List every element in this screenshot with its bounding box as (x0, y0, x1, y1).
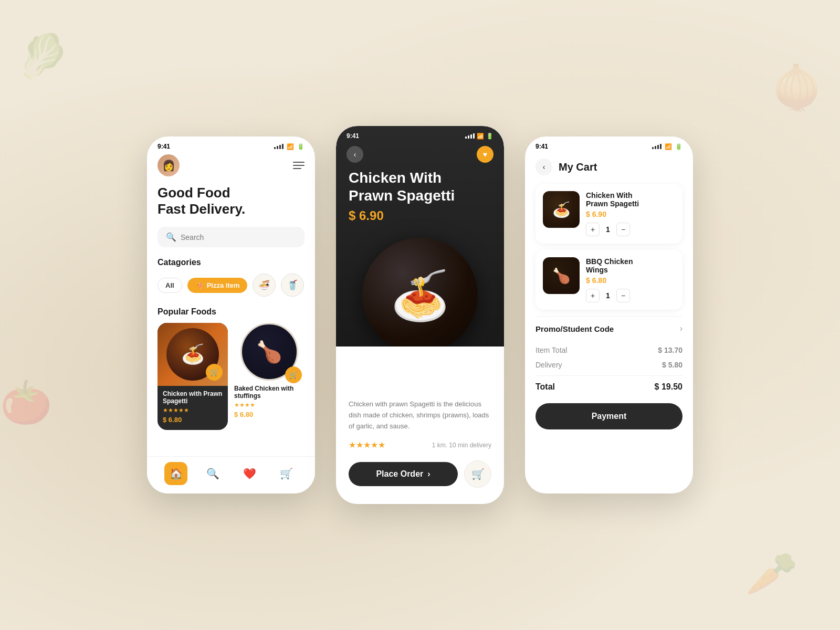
status-icons-1: 📶 🔋 (274, 143, 304, 150)
add-to-cart-1[interactable]: 🛒 (206, 364, 223, 381)
category-drinks[interactable]: 🥤 (281, 274, 304, 297)
qty-minus-2[interactable]: − (616, 289, 630, 302)
phones-container: 9:41 📶 🔋 👩 Good FoodFast Delivery. (147, 126, 693, 504)
food-img-1: 🍝 🛒 (158, 323, 228, 386)
food-stars-2: ★★★★ (234, 402, 304, 408)
battery-icon-2: 🔋 (486, 133, 494, 140)
wifi-icon-3: 📶 (665, 143, 672, 150)
category-noodles[interactable]: 🍜 (253, 274, 276, 297)
food-info-2: Baked Chicken with stuffings ★★★★ $ 6.80 (234, 381, 304, 423)
food-price-1: $ 6.80 (163, 416, 223, 424)
food-name-1: Chicken with Prawn Spagetti (163, 390, 223, 405)
cart-title: My Cart (559, 161, 597, 173)
cart-button-detail[interactable]: 🛒 (464, 460, 491, 488)
search-icon: 🔍 (166, 232, 176, 242)
dish-description: Chicken with prawn Spagetti is the delic… (349, 399, 491, 432)
pizza-icon: 🍕 (195, 281, 204, 289)
promo-row[interactable]: Promo/Student Code › (536, 316, 682, 341)
user-avatar[interactable]: 👩 (158, 154, 180, 176)
promo-chevron-icon: › (680, 324, 682, 333)
signal-icon-2 (465, 133, 475, 139)
cart-item-2: 🍗 BBQ ChickenWings $ 6.80 + 1 − (536, 250, 682, 310)
back-button-cart[interactable]: ‹ (536, 159, 552, 175)
cart-item-price-2: $ 6.80 (586, 276, 675, 285)
food-card-chicken-prawn[interactable]: 🍝 🛒 Chicken with Prawn Spagetti ★★★★★ $ … (158, 323, 228, 430)
status-bar-1: 9:41 📶 🔋 (147, 136, 315, 154)
bill-item-total: Item Total $ 13.70 (536, 343, 682, 358)
detail-bottom: Chicken with prawn Spagetti is the delic… (336, 346, 504, 498)
detail-top: 9:41 📶 🔋 ‹ ♥ Chicken WithPrawn Spagetti (336, 126, 504, 346)
qty-controls-2: + 1 − (586, 289, 675, 302)
nav-search[interactable]: 🔍 (201, 462, 224, 485)
cart-item-name-2: BBQ ChickenWings (586, 257, 675, 274)
food-stars-1: ★★★★★ (163, 407, 223, 414)
hero-title: Good FoodFast Delivery. (158, 185, 304, 217)
dish-plate-wrapper: 🍝 (336, 227, 504, 311)
battery-icon: 🔋 (297, 143, 304, 150)
cart-item-info-2: BBQ ChickenWings $ 6.80 + 1 − (586, 257, 675, 302)
favorite-button[interactable]: ♥ (477, 146, 494, 163)
popular-title: Popular Foods (158, 307, 304, 317)
nav-favorites[interactable]: ❤️ (238, 462, 261, 485)
food-info-1: Chicken with Prawn Spagetti ★★★★★ $ 6.80 (158, 386, 228, 430)
qty-value-2: 1 (604, 291, 612, 300)
noodles-icon: 🍜 (258, 279, 270, 291)
category-pizza[interactable]: 🍕 Pizza item (187, 278, 248, 293)
wifi-icon-2: 📶 (477, 133, 484, 140)
detail-nav: ‹ ♥ (336, 144, 504, 169)
cart-item-name-1: Chicken WithPrawn Spagetti (586, 191, 675, 208)
total-label: Total (536, 382, 555, 392)
qty-controls-1: + 1 − (586, 223, 675, 236)
food-cards: 🍝 🛒 Chicken with Prawn Spagetti ★★★★★ $ … (158, 323, 304, 430)
qty-plus-2[interactable]: + (586, 289, 600, 302)
nav-home[interactable]: 🏠 (164, 462, 187, 485)
back-button-detail[interactable]: ‹ (346, 146, 363, 163)
cart-item-info-1: Chicken WithPrawn Spagetti $ 6.90 + 1 − (586, 191, 675, 236)
cart-item-price-1: $ 6.90 (586, 210, 675, 218)
category-all[interactable]: All (158, 278, 182, 293)
dish-plate: 🍝 (362, 238, 478, 346)
search-bar[interactable]: 🔍 (158, 227, 304, 247)
cart-item-1: 🍝 Chicken WithPrawn Spagetti $ 6.90 + 1 … (536, 184, 682, 244)
phone-detail: 9:41 📶 🔋 ‹ ♥ Chicken WithPrawn Spagetti (336, 126, 504, 504)
bill-delivery: Delivery $ 5.80 (536, 358, 682, 372)
phone-cart: 9:41 📶 🔋 ‹ My Cart 🍝 C (525, 136, 693, 494)
status-icons-3: 📶 🔋 (652, 143, 682, 150)
status-bar-2: 9:41 📶 🔋 (336, 126, 504, 144)
dish-stars: ★★★★★ (349, 440, 385, 450)
cart-item-img-1: 🍝 (543, 191, 580, 228)
signal-icon (274, 144, 284, 149)
detail-footer: ★★★★★ 1 km. 10 min delivery (349, 440, 491, 450)
food-card-baked-chicken[interactable]: 🍗 🛒 Baked Chicken with stuffings ★★★★ $ … (234, 323, 304, 430)
home-header: 👩 (158, 154, 304, 176)
wifi-icon: 📶 (287, 143, 294, 150)
order-row: Place Order › 🛒 (349, 460, 491, 488)
item-total-label: Item Total (536, 346, 567, 354)
bottom-nav: 🏠 🔍 ❤️ 🛒 (147, 456, 315, 494)
search-input[interactable] (181, 233, 296, 242)
signal-icon-3 (652, 144, 662, 149)
delivery-value: $ 5.80 (662, 361, 682, 369)
place-order-button[interactable]: Place Order › (349, 462, 458, 486)
qty-plus-1[interactable]: + (586, 223, 600, 236)
cart-content: ‹ My Cart 🍝 Chicken WithPrawn Spagetti $… (525, 154, 693, 429)
status-time-3: 9:41 (536, 143, 548, 150)
battery-icon-3: 🔋 (675, 143, 682, 150)
food-price-2: $ 6.80 (234, 411, 304, 418)
place-order-label: Place Order (376, 469, 423, 479)
dish-price: $ 6.90 (336, 204, 504, 227)
delivery-info: 1 km. 10 min delivery (432, 442, 491, 449)
dish-name: Chicken WithPrawn Spagetti (336, 169, 504, 204)
total-value: $ 19.50 (655, 382, 682, 392)
qty-value-1: 1 (604, 225, 612, 234)
drinks-icon: 🥤 (287, 279, 298, 291)
promo-label: Promo/Student Code (536, 324, 614, 333)
cart-header: ‹ My Cart (536, 154, 682, 184)
payment-button[interactable]: Payment (536, 403, 682, 429)
qty-minus-1[interactable]: − (616, 223, 630, 236)
nav-cart[interactable]: 🛒 (275, 462, 298, 485)
hamburger-menu[interactable] (293, 162, 304, 169)
phone-home: 9:41 📶 🔋 👩 Good FoodFast Delivery. (147, 136, 315, 494)
chevron-right-icon: › (427, 469, 430, 479)
phone1-content: 👩 Good FoodFast Delivery. 🔍 Catagories A… (147, 154, 315, 440)
